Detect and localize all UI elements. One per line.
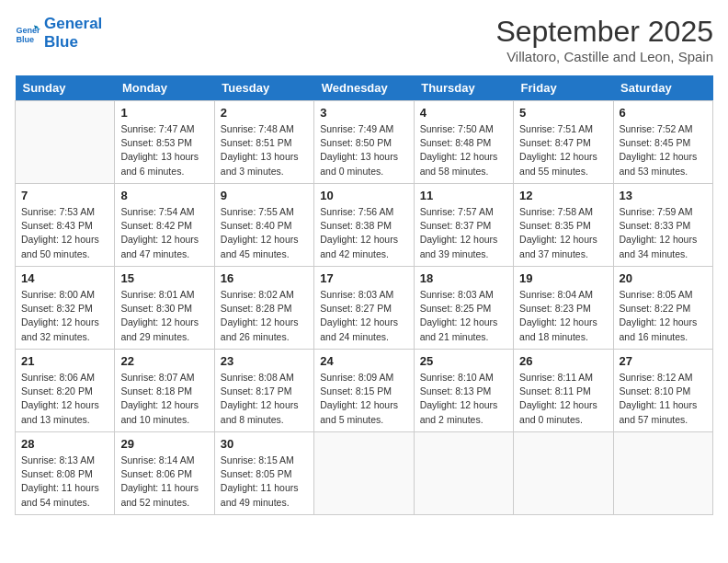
cell-info: Sunrise: 8:07 AMSunset: 8:18 PMDaylight:…: [120, 371, 208, 427]
cell-info: Sunrise: 8:10 AMSunset: 8:13 PMDaylight:…: [420, 371, 507, 427]
date-number: 5: [519, 106, 607, 120]
logo-icon: General Blue: [15, 20, 40, 46]
date-number: 16: [221, 271, 308, 285]
calendar-cell: 2Sunrise: 7:48 AMSunset: 8:51 PMDaylight…: [214, 101, 313, 184]
calendar-cell: 24Sunrise: 8:09 AMSunset: 8:15 PMDayligh…: [314, 350, 414, 432]
date-number: 24: [320, 354, 407, 368]
day-header-wednesday: Wednesday: [314, 75, 414, 101]
cell-info: Sunrise: 8:12 AMSunset: 8:10 PMDaylight:…: [620, 371, 707, 427]
calendar-cell: 3Sunrise: 7:49 AMSunset: 8:50 PMDaylight…: [314, 101, 414, 184]
date-number: 8: [120, 189, 208, 202]
month-title: September 2025: [495, 15, 713, 49]
logo-line1: General: [44, 15, 102, 33]
day-header-tuesday: Tuesday: [214, 75, 313, 101]
cell-info: Sunrise: 8:05 AMSunset: 8:22 PMDaylight:…: [620, 288, 707, 344]
cell-info: Sunrise: 7:52 AMSunset: 8:45 PMDaylight:…: [620, 122, 707, 178]
cell-info: Sunrise: 7:48 AMSunset: 8:51 PMDaylight:…: [221, 122, 308, 178]
cell-info: Sunrise: 8:13 AMSunset: 8:08 PMDaylight:…: [21, 454, 108, 510]
calendar-cell: 28Sunrise: 8:13 AMSunset: 8:08 PMDayligh…: [16, 432, 115, 515]
cell-info: Sunrise: 8:04 AMSunset: 8:23 PMDaylight:…: [519, 288, 607, 344]
cell-info: Sunrise: 8:15 AMSunset: 8:05 PMDaylight:…: [221, 454, 308, 510]
date-number: 4: [420, 106, 507, 120]
cell-info: Sunrise: 7:55 AMSunset: 8:40 PMDaylight:…: [221, 205, 308, 261]
cell-info: Sunrise: 7:58 AMSunset: 8:35 PMDaylight:…: [519, 205, 607, 261]
cell-info: Sunrise: 8:00 AMSunset: 8:32 PMDaylight:…: [21, 288, 108, 344]
cell-info: Sunrise: 8:09 AMSunset: 8:15 PMDaylight:…: [320, 371, 407, 427]
calendar-cell: 14Sunrise: 8:00 AMSunset: 8:32 PMDayligh…: [16, 267, 115, 350]
week-row-4: 21Sunrise: 8:06 AMSunset: 8:20 PMDayligh…: [16, 350, 713, 432]
calendar-cell: 6Sunrise: 7:52 AMSunset: 8:45 PMDaylight…: [613, 101, 712, 184]
date-number: 1: [120, 106, 208, 120]
header: General Blue General Blue September 2025…: [15, 15, 713, 64]
date-number: 2: [221, 106, 308, 120]
date-number: 9: [221, 189, 308, 202]
date-number: 14: [21, 271, 108, 285]
calendar-cell: 12Sunrise: 7:58 AMSunset: 8:35 PMDayligh…: [514, 184, 613, 267]
date-number: 27: [620, 354, 707, 368]
calendar-cell: 19Sunrise: 8:04 AMSunset: 8:23 PMDayligh…: [514, 267, 613, 350]
calendar-cell: [613, 432, 712, 515]
calendar-cell: 29Sunrise: 8:14 AMSunset: 8:06 PMDayligh…: [115, 432, 214, 515]
cell-info: Sunrise: 7:57 AMSunset: 8:37 PMDaylight:…: [420, 205, 507, 261]
date-number: 30: [221, 437, 308, 451]
day-header-sunday: Sunday: [16, 75, 115, 101]
calendar-cell: [16, 101, 115, 184]
day-header-thursday: Thursday: [414, 75, 513, 101]
location-subtitle: Villatoro, Castille and Leon, Spain: [495, 49, 713, 64]
calendar-cell: 8Sunrise: 7:54 AMSunset: 8:42 PMDaylight…: [115, 184, 214, 267]
cell-info: Sunrise: 8:14 AMSunset: 8:06 PMDaylight:…: [120, 454, 208, 510]
calendar-cell: 25Sunrise: 8:10 AMSunset: 8:13 PMDayligh…: [414, 350, 513, 432]
date-number: 20: [620, 271, 707, 285]
calendar-table: SundayMondayTuesdayWednesdayThursdayFrid…: [15, 75, 713, 515]
date-number: 23: [221, 354, 308, 368]
day-header-friday: Friday: [514, 75, 613, 101]
date-number: 11: [420, 189, 507, 202]
logo-line2: Blue: [44, 33, 102, 52]
date-number: 25: [420, 354, 507, 368]
date-number: 10: [320, 189, 407, 202]
cell-info: Sunrise: 8:11 AMSunset: 8:11 PMDaylight:…: [519, 371, 607, 427]
calendar-cell: 17Sunrise: 8:03 AMSunset: 8:27 PMDayligh…: [314, 267, 414, 350]
cell-info: Sunrise: 7:49 AMSunset: 8:50 PMDaylight:…: [320, 122, 407, 178]
date-number: 17: [320, 271, 407, 285]
week-row-5: 28Sunrise: 8:13 AMSunset: 8:08 PMDayligh…: [16, 432, 713, 515]
cell-info: Sunrise: 8:08 AMSunset: 8:17 PMDaylight:…: [221, 371, 308, 427]
calendar-cell: 13Sunrise: 7:59 AMSunset: 8:33 PMDayligh…: [613, 184, 712, 267]
calendar-cell: 4Sunrise: 7:50 AMSunset: 8:48 PMDaylight…: [414, 101, 513, 184]
calendar-cell: 16Sunrise: 8:02 AMSunset: 8:28 PMDayligh…: [214, 267, 313, 350]
calendar-cell: 22Sunrise: 8:07 AMSunset: 8:18 PMDayligh…: [115, 350, 214, 432]
logo: General Blue General Blue: [15, 15, 102, 52]
calendar-cell: 27Sunrise: 8:12 AMSunset: 8:10 PMDayligh…: [613, 350, 712, 432]
calendar-cell: 15Sunrise: 8:01 AMSunset: 8:30 PMDayligh…: [115, 267, 214, 350]
date-number: 21: [21, 354, 108, 368]
cell-info: Sunrise: 7:51 AMSunset: 8:47 PMDaylight:…: [519, 122, 607, 178]
cell-info: Sunrise: 7:50 AMSunset: 8:48 PMDaylight:…: [420, 122, 507, 178]
date-number: 28: [21, 437, 108, 451]
calendar-cell: 5Sunrise: 7:51 AMSunset: 8:47 PMDaylight…: [514, 101, 613, 184]
cell-info: Sunrise: 7:53 AMSunset: 8:43 PMDaylight:…: [21, 205, 108, 261]
date-number: 3: [320, 106, 407, 120]
date-number: 26: [519, 354, 607, 368]
calendar-cell: 21Sunrise: 8:06 AMSunset: 8:20 PMDayligh…: [16, 350, 115, 432]
cell-info: Sunrise: 8:01 AMSunset: 8:30 PMDaylight:…: [120, 288, 208, 344]
calendar-cell: 1Sunrise: 7:47 AMSunset: 8:53 PMDaylight…: [115, 101, 214, 184]
header-row: SundayMondayTuesdayWednesdayThursdayFrid…: [16, 75, 713, 101]
week-row-3: 14Sunrise: 8:00 AMSunset: 8:32 PMDayligh…: [16, 267, 713, 350]
cell-info: Sunrise: 7:47 AMSunset: 8:53 PMDaylight:…: [120, 122, 208, 178]
calendar-cell: 18Sunrise: 8:03 AMSunset: 8:25 PMDayligh…: [414, 267, 513, 350]
date-number: 18: [420, 271, 507, 285]
svg-text:Blue: Blue: [16, 35, 34, 44]
cell-info: Sunrise: 7:59 AMSunset: 8:33 PMDaylight:…: [620, 205, 707, 261]
date-number: 12: [519, 189, 607, 202]
date-number: 15: [120, 271, 208, 285]
date-number: 22: [120, 354, 208, 368]
cell-info: Sunrise: 8:06 AMSunset: 8:20 PMDaylight:…: [21, 371, 108, 427]
date-number: 13: [620, 189, 707, 202]
calendar-cell: 30Sunrise: 8:15 AMSunset: 8:05 PMDayligh…: [214, 432, 313, 515]
calendar-cell: 20Sunrise: 8:05 AMSunset: 8:22 PMDayligh…: [613, 267, 712, 350]
date-number: 29: [120, 437, 208, 451]
day-header-saturday: Saturday: [613, 75, 712, 101]
calendar-cell: 7Sunrise: 7:53 AMSunset: 8:43 PMDaylight…: [16, 184, 115, 267]
calendar-cell: 11Sunrise: 7:57 AMSunset: 8:37 PMDayligh…: [414, 184, 513, 267]
cell-info: Sunrise: 8:02 AMSunset: 8:28 PMDaylight:…: [221, 288, 308, 344]
